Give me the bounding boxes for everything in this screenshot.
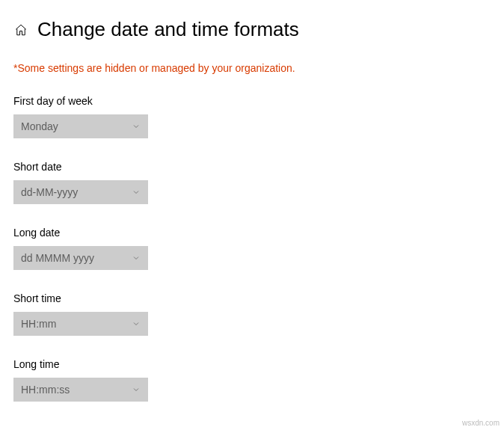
watermark: wsxdn.com	[462, 419, 500, 427]
combobox-value: Monday	[21, 120, 58, 132]
chevron-down-icon	[132, 188, 141, 197]
label-short-date: Short date	[13, 161, 491, 173]
setting-short-date: Short date dd-MM-yyyy	[13, 161, 491, 204]
combobox-long-date[interactable]: dd MMMM yyyy	[13, 246, 148, 270]
chevron-down-icon	[132, 385, 141, 394]
label-long-time: Long time	[13, 358, 491, 370]
combobox-first-day-of-week[interactable]: Monday	[13, 114, 148, 138]
label-long-date: Long date	[13, 227, 491, 239]
chevron-down-icon	[132, 319, 141, 328]
label-first-day-of-week: First day of week	[13, 95, 491, 107]
page-header: Change date and time formats	[13, 18, 491, 41]
label-short-time: Short time	[13, 292, 491, 304]
setting-short-time: Short time HH:mm	[13, 292, 491, 336]
org-managed-warning: *Some settings are hidden or managed by …	[13, 62, 491, 74]
combobox-value: dd MMMM yyyy	[21, 252, 94, 264]
combobox-long-time[interactable]: HH:mm:ss	[13, 378, 148, 402]
combobox-short-date[interactable]: dd-MM-yyyy	[13, 180, 148, 204]
setting-first-day-of-week: First day of week Monday	[13, 95, 491, 138]
combobox-value: dd-MM-yyyy	[21, 186, 78, 198]
setting-long-date: Long date dd MMMM yyyy	[13, 227, 491, 270]
setting-long-time: Long time HH:mm:ss	[13, 358, 491, 402]
page-title: Change date and time formats	[37, 18, 299, 41]
combobox-value: HH:mm	[21, 318, 56, 330]
chevron-down-icon	[132, 254, 141, 262]
chevron-down-icon	[132, 122, 141, 131]
combobox-short-time[interactable]: HH:mm	[13, 312, 148, 336]
home-icon[interactable]	[13, 22, 28, 37]
combobox-value: HH:mm:ss	[21, 384, 70, 396]
